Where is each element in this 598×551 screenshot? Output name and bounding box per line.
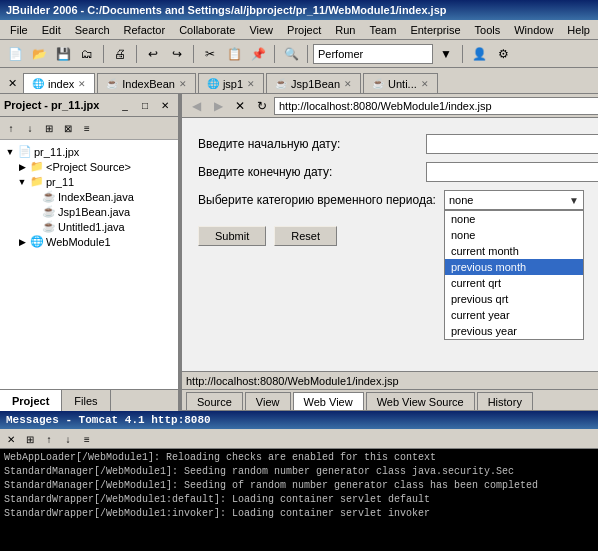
sidebar-tab-files[interactable]: Files <box>62 390 110 411</box>
tab-web-view[interactable]: Web View <box>293 392 364 410</box>
jsp1bean-tab-close[interactable]: ✕ <box>344 79 352 89</box>
tree-item-project-source[interactable]: ▶ 📁 <Project Source> <box>2 159 176 174</box>
sidebar-btn2[interactable]: ↓ <box>21 119 39 137</box>
tab-unti[interactable]: ☕ Unti... ✕ <box>363 73 438 93</box>
category-select-display[interactable]: none ▼ <box>444 190 584 210</box>
unti-tab-close[interactable]: ✕ <box>421 79 429 89</box>
expander-pr11[interactable]: ▼ <box>16 177 28 187</box>
tab-source[interactable]: Source <box>186 392 243 410</box>
msg-btn5[interactable]: ≡ <box>78 430 96 448</box>
tab-history[interactable]: History <box>477 392 533 410</box>
menu-collaborate[interactable]: Collaborate <box>173 22 241 38</box>
open-btn[interactable]: 📂 <box>28 43 50 65</box>
sidebar-btn3[interactable]: ⊞ <box>40 119 58 137</box>
performer-combo[interactable] <box>313 44 433 64</box>
content-area: ◀ ▶ ✕ ↻ Введите начальную дату: Введите … <box>182 94 598 411</box>
option-previous-month[interactable]: previous month <box>445 259 583 275</box>
paste-btn[interactable]: 📌 <box>247 43 269 65</box>
menu-help[interactable]: Help <box>561 22 596 38</box>
menu-run[interactable]: Run <box>329 22 361 38</box>
msg-btn1[interactable]: ✕ <box>2 430 20 448</box>
menu-enterprise[interactable]: Enterprise <box>404 22 466 38</box>
menu-tools[interactable]: Tools <box>469 22 507 38</box>
menu-team[interactable]: Team <box>364 22 403 38</box>
print-btn[interactable]: 🖨 <box>109 43 131 65</box>
end-date-row: Введите конечную дату: <box>198 162 598 182</box>
redo-btn[interactable]: ↪ <box>166 43 188 65</box>
settings-btn[interactable]: ⚙ <box>492 43 514 65</box>
search-btn[interactable]: 🔍 <box>280 43 302 65</box>
option-current-month[interactable]: current month <box>445 243 583 259</box>
refresh-btn[interactable]: ↻ <box>252 97 272 115</box>
tree-item-webmodule1[interactable]: ▶ 🌐 WebModule1 <box>2 234 176 249</box>
save-btn[interactable]: 💾 <box>52 43 74 65</box>
sidebar-tab-project[interactable]: Project <box>0 390 62 411</box>
combo-dropdown-btn[interactable]: ▼ <box>435 43 457 65</box>
end-date-input[interactable] <box>426 162 598 182</box>
start-date-input[interactable] <box>426 134 598 154</box>
tree-item-untitled1[interactable]: ☕ Untitled1.java <box>2 219 176 234</box>
option-current-qrt[interactable]: current qrt <box>445 275 583 291</box>
menu-file[interactable]: File <box>4 22 34 38</box>
messages-content: WebAppLoader[/WebModule1]: Reloading che… <box>0 449 598 551</box>
sidebar-header: Project - pr_11.jpx _ □ ✕ <box>0 94 178 117</box>
menu-edit[interactable]: Edit <box>36 22 67 38</box>
sidebar-maximize-btn[interactable]: □ <box>136 96 154 114</box>
tab-view[interactable]: View <box>245 392 291 410</box>
stop-btn[interactable]: ✕ <box>230 97 250 115</box>
new-btn[interactable]: 📄 <box>4 43 26 65</box>
tab-web-view-source[interactable]: Web View Source <box>366 392 475 410</box>
tree-item-pr11jpx[interactable]: ▼ 📄 pr_11.jpx <box>2 144 176 159</box>
menu-view[interactable]: View <box>243 22 279 38</box>
tab-indexbean[interactable]: ☕ IndexBean ✕ <box>97 73 196 93</box>
label-indexbean: IndexBean.java <box>58 191 134 203</box>
msg-btn2[interactable]: ⊞ <box>21 430 39 448</box>
submit-btn[interactable]: Submit <box>198 226 266 246</box>
copy-btn[interactable]: 📋 <box>223 43 245 65</box>
profile-btn[interactable]: 👤 <box>468 43 490 65</box>
menu-project[interactable]: Project <box>281 22 327 38</box>
index-tab-close[interactable]: ✕ <box>78 79 86 89</box>
sidebar-btn1[interactable]: ↑ <box>2 119 20 137</box>
msg-btn3[interactable]: ↑ <box>40 430 58 448</box>
tab-jsp1[interactable]: 🌐 jsp1 ✕ <box>198 73 264 93</box>
jsp1-tab-label: jsp1 <box>223 78 243 90</box>
menu-search[interactable]: Search <box>69 22 116 38</box>
expander-pr11jpx[interactable]: ▼ <box>4 147 16 157</box>
save-all-btn[interactable]: 🗂 <box>76 43 98 65</box>
expander-project-source[interactable]: ▶ <box>16 162 28 172</box>
tree-item-indexbean[interactable]: ☕ IndexBean.java <box>2 189 176 204</box>
option-previous-qrt[interactable]: previous qrt <box>445 291 583 307</box>
indexbean-tab-close[interactable]: ✕ <box>179 79 187 89</box>
tab-index[interactable]: 🌐 index ✕ <box>23 73 95 93</box>
sidebar-btn5[interactable]: ≡ <box>78 119 96 137</box>
option-none2[interactable]: none <box>445 227 583 243</box>
option-current-year[interactable]: current year <box>445 307 583 323</box>
sidebar-btn4[interactable]: ⊠ <box>59 119 77 137</box>
sidebar-minimize-btn[interactable]: _ <box>116 96 134 114</box>
menu-window[interactable]: Window <box>508 22 559 38</box>
forward-btn[interactable]: ▶ <box>208 97 228 115</box>
sep6 <box>462 45 463 63</box>
back-btn[interactable]: ◀ <box>186 97 206 115</box>
reset-btn[interactable]: Reset <box>274 226 337 246</box>
option-previous-year[interactable]: previous year <box>445 323 583 339</box>
sidebar-close-btn[interactable]: ✕ <box>156 96 174 114</box>
option-none[interactable]: none <box>445 211 583 227</box>
tree-item-jsp1bean[interactable]: ☕ Jsp1Bean.java <box>2 204 176 219</box>
jsp1-tab-close[interactable]: ✕ <box>247 79 255 89</box>
msg-line-4: StandardWrapper[/WebModule1:default]: Lo… <box>4 493 594 507</box>
expander-webmodule1[interactable]: ▶ <box>16 237 28 247</box>
cut-btn[interactable]: ✂ <box>199 43 221 65</box>
index-tab-label: index <box>48 78 74 90</box>
msg-btn4[interactable]: ↓ <box>59 430 77 448</box>
tab-jsp1bean[interactable]: ☕ Jsp1Bean ✕ <box>266 73 361 93</box>
undo-btn[interactable]: ↩ <box>142 43 164 65</box>
tab-close-all[interactable]: ✕ <box>4 73 21 93</box>
tree-item-pr11[interactable]: ▼ 📁 pr_11 <box>2 174 176 189</box>
menu-refactor[interactable]: Refactor <box>118 22 172 38</box>
messages-panel: Messages - Tomcat 4.1 http:8080 ✕ ⊞ ↑ ↓ … <box>0 411 598 551</box>
category-label: Выберите категорию временного периода: <box>198 193 436 207</box>
address-input[interactable] <box>274 97 598 115</box>
unti-tab-icon: ☕ <box>372 78 384 89</box>
